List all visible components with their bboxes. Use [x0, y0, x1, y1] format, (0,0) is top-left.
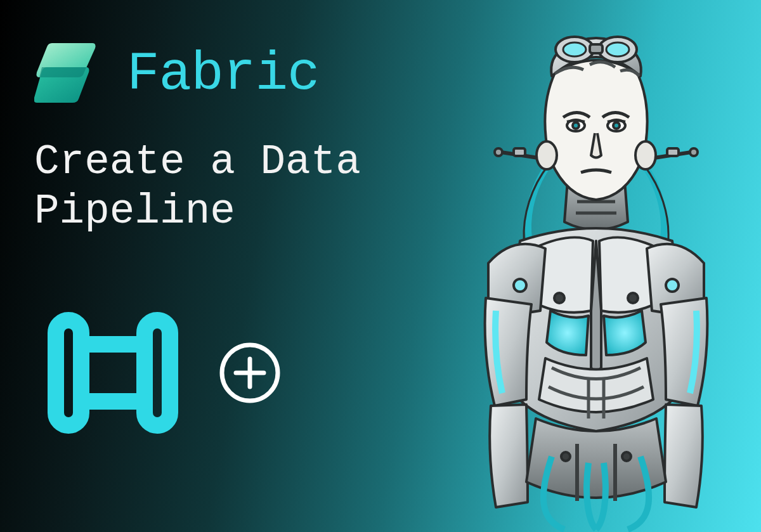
- brand-row: Fabric: [34, 38, 361, 110]
- icon-row: [34, 306, 361, 443]
- svg-point-25: [666, 279, 679, 292]
- svg-rect-17: [590, 44, 602, 53]
- brand-name: Fabric: [127, 43, 320, 105]
- page-headline: Create a Data Pipeline: [34, 138, 361, 237]
- svg-rect-1: [145, 320, 170, 425]
- svg-point-24: [514, 279, 526, 292]
- svg-point-19: [635, 141, 656, 169]
- svg-point-9: [495, 148, 502, 156]
- svg-point-28: [561, 452, 570, 461]
- svg-point-23: [613, 122, 620, 129]
- plus-circle-icon: [217, 340, 283, 409]
- svg-point-10: [690, 148, 698, 156]
- svg-rect-11: [514, 148, 525, 156]
- svg-point-15: [563, 42, 586, 56]
- svg-point-16: [606, 42, 629, 56]
- svg-rect-12: [667, 148, 679, 156]
- pipeline-icon: [34, 306, 192, 443]
- svg-point-18: [537, 141, 557, 169]
- svg-rect-0: [56, 320, 81, 425]
- cyborg-figure: [425, 13, 761, 532]
- fabric-logo-icon: [34, 38, 103, 110]
- svg-point-22: [573, 122, 579, 129]
- content-area: Fabric Create a Data Pipeline: [34, 38, 361, 443]
- svg-point-26: [554, 293, 564, 303]
- svg-point-29: [622, 452, 631, 461]
- svg-point-27: [628, 293, 638, 303]
